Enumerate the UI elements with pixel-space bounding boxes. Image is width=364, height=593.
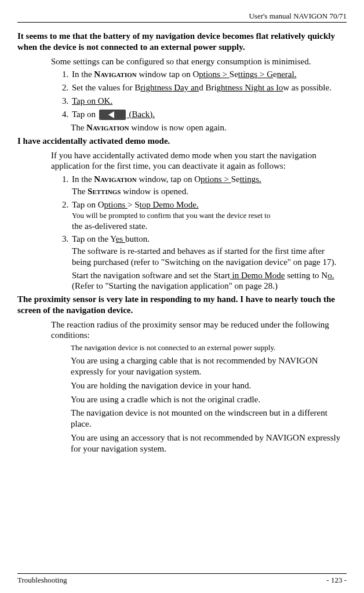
faq2-heading: I have accidentally activated demo mode. <box>17 136 343 147</box>
text: The <box>72 187 88 196</box>
underline: ptions > <box>201 174 231 184</box>
faq2-step1-result: The Settings window is opened. <box>72 186 343 197</box>
list-item: The navigation device is not connected t… <box>71 343 343 352</box>
faq2-steps: In the Navigation window, tap on Options… <box>51 174 343 292</box>
underline: top Demo Mode. <box>140 200 199 209</box>
page-number: - 123 - <box>326 576 347 585</box>
underline: es <box>116 234 125 243</box>
faq1-step4: Tap on (Back). <box>71 109 343 121</box>
list-item: You are holding the navigation device in… <box>71 380 343 391</box>
underline: ptions > <box>199 70 230 79</box>
text: d Bri <box>199 83 216 92</box>
text: > S <box>128 200 140 209</box>
text: Se <box>230 70 238 79</box>
underline: neral. <box>277 70 297 79</box>
text: window is opened. <box>121 187 188 196</box>
faq2-step2-note1: You will be prompted to confirm that you… <box>72 211 343 220</box>
running-header: User's manual NAVIGON 70/71 <box>17 12 347 21</box>
faq2-step3-result2: Start the navigation software and set th… <box>72 270 343 292</box>
document-page: User's manual NAVIGON 70/71 It seems to … <box>0 0 364 593</box>
underline: ghtness Night as lo <box>217 83 283 92</box>
list-item: You are using an accessory that is not r… <box>71 432 343 454</box>
faq2-intro: If you have accidentally activated demo … <box>51 150 343 172</box>
faq2-step2: Tap on Options > Stop Demo Mode. You wil… <box>71 199 343 232</box>
settings-word: Settings <box>88 187 121 196</box>
text: Tap on <box>72 110 98 119</box>
back-icon <box>99 110 126 120</box>
list-item: You are using a cradle which is not the … <box>71 394 343 405</box>
text: window is now open again. <box>129 123 226 132</box>
text: w as possible. <box>283 83 332 92</box>
underline: ptions <box>104 200 128 209</box>
faq2-step1: In the Navigation window, tap on Options… <box>71 174 343 197</box>
text: In the <box>72 174 94 184</box>
underline: o. <box>327 271 334 280</box>
underline: ttings. <box>240 174 261 184</box>
text: Set the values for B <box>72 83 140 92</box>
faq2-step3-result1: The software is re-started and behaves a… <box>72 246 343 268</box>
faq2-step3: Tap on the Yes button. The software is r… <box>71 234 343 292</box>
body: It seems to me that the battery of my na… <box>17 31 347 454</box>
underline: in Demo Mode <box>230 271 285 280</box>
faq2-step2-note2: the as-delivered state. <box>72 221 343 232</box>
underline: (Back). <box>127 110 155 119</box>
underline: Tap on OK. <box>72 96 112 105</box>
underline: ttings > G <box>238 70 273 79</box>
faq3-heading: The proximity sensor is very late in res… <box>17 294 343 316</box>
text: e <box>273 70 277 79</box>
header-rule <box>17 22 347 23</box>
faq1-steps: In the Navigation window tap on Options … <box>51 69 343 120</box>
nav-word: Navigation <box>94 174 136 184</box>
faq3-intro: The reaction radius of the proximity sen… <box>51 319 343 341</box>
page-footer: Troubleshooting - 123 - <box>17 573 347 585</box>
footer-section: Troubleshooting <box>17 576 67 585</box>
text: Start the navigation software and set th… <box>72 271 230 280</box>
faq1-step3: Tap on OK. <box>71 96 343 107</box>
footer-row: Troubleshooting - 123 - <box>17 576 347 585</box>
text: In the <box>72 70 94 79</box>
faq1-step1: In the Navigation window tap on Options … <box>71 69 343 80</box>
faq3-bullets: The navigation device is not connected t… <box>71 343 343 454</box>
footer-rule <box>17 573 347 574</box>
list-item: You are using a charging cable that is n… <box>71 355 343 377</box>
text: Tap on O <box>72 200 104 209</box>
faq1-intro: Some settings can be configured so that … <box>51 56 343 67</box>
nav-word: Navigation <box>86 123 129 132</box>
text: button. <box>125 234 150 243</box>
underline: rightness Day an <box>140 83 199 92</box>
nav-word: Navigation <box>94 70 136 79</box>
faq1-heading: It seems to me that the battery of my na… <box>17 31 343 53</box>
text: The <box>71 123 86 132</box>
text: window tap on O <box>137 70 199 79</box>
text: window, tap on O <box>137 174 201 184</box>
faq1-result: The Navigation window is now open again. <box>71 122 343 133</box>
text: (Refer to "Starting the navigation appli… <box>72 281 278 290</box>
faq1-step2: Set the values for Brightness Day and Br… <box>71 82 343 93</box>
list-item: The navigation device is not mounted on … <box>71 408 343 430</box>
text: Tap on the Y <box>72 234 116 243</box>
text: Se <box>231 174 240 184</box>
text: setting to N <box>285 271 327 280</box>
